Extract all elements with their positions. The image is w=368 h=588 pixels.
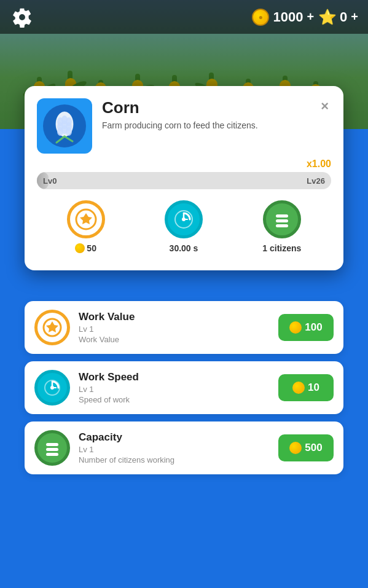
upgrade-card-capacity: Capacity Lv 1 Number of citizens working… [25, 421, 343, 474]
modal-desc: Farm producing corn to feed the citizens… [102, 120, 308, 132]
stat-capacity-label: 1 citizens [262, 243, 301, 253]
svg-rect-18 [276, 214, 288, 218]
upgrade-capacity-button[interactable]: 500 [278, 434, 334, 461]
stats-row: 50 30.00 s [37, 200, 331, 253]
upgrade-capacity-icon [34, 430, 70, 466]
upgrade-capacity-svg [42, 438, 62, 458]
add-stars-button[interactable]: + [351, 10, 358, 24]
svg-rect-28 [46, 453, 58, 456]
stat-capacity: 1 citizens [262, 200, 301, 253]
level-current: Lv0 [43, 176, 57, 186]
settings-button[interactable] [10, 5, 34, 29]
work-value-icon-svg [75, 208, 97, 230]
building-modal: Corn Farm producing corn to feed the cit… [25, 86, 343, 270]
stat-work-value: 50 [67, 200, 105, 253]
upgrade-capacity-info: Capacity Lv 1 Number of citizens working [79, 431, 270, 465]
star-amount: 0 [340, 9, 347, 25]
upgrade-coin-icon [289, 442, 302, 454]
work-speed-icon-svg [173, 208, 195, 230]
upgrade-coin-icon [289, 321, 302, 334]
upgrade-work-speed-icon [34, 370, 70, 406]
svg-point-10 [66, 127, 72, 136]
level-max: Lv26 [307, 176, 325, 186]
upgrade-work-value-level: Lv 1 [79, 324, 270, 334]
upgrade-work-speed-title: Work Speed [79, 371, 270, 383]
close-button[interactable]: × [318, 98, 331, 114]
upgrade-capacity-title: Capacity [79, 431, 270, 444]
coin-display: ● 1000 + [252, 9, 314, 26]
coin-icon: ● [252, 9, 269, 26]
upgrade-capacity-cost: 500 [305, 442, 322, 454]
upgrade-work-speed-cost: 10 [308, 382, 319, 394]
upgrade-work-value-icon [34, 310, 70, 345]
svg-rect-26 [46, 443, 58, 446]
coin-amount: 1000 [273, 9, 303, 25]
gear-icon [12, 7, 33, 28]
stat-work-speed-icon [165, 200, 203, 238]
stat-work-speed-label: 30.00 s [170, 243, 198, 253]
upgrade-work-value-info: Work Value Lv 1 Work Value [79, 311, 270, 344]
modal-title: Corn [102, 98, 308, 117]
stat-capacity-icon [263, 200, 301, 238]
stat-work-value-label: 50 [75, 243, 96, 253]
upgrade-work-speed-level: Lv 1 [79, 385, 270, 394]
upgrade-capacity-level: Lv 1 [79, 445, 270, 454]
top-bar: ● 1000 + ⭐ 0 + [0, 0, 368, 34]
upgrade-work-value-button[interactable]: 100 [278, 314, 334, 341]
stat-work-speed: 30.00 s [165, 200, 203, 253]
building-icon-svg [43, 104, 86, 147]
upgrade-work-speed-desc: Speed of work [79, 395, 270, 404]
modal-header: Corn Farm producing corn to feed the cit… [37, 98, 331, 154]
multiplier-row: x1.00 [37, 159, 331, 170]
upgrade-work-value-title: Work Value [79, 311, 270, 323]
building-icon-box [37, 98, 92, 154]
modal-title-area: Corn Farm producing corn to feed the cit… [102, 98, 308, 132]
svg-rect-20 [276, 224, 288, 227]
upgrade-capacity-desc: Number of citizens working [79, 455, 270, 465]
upgrade-work-speed-svg [42, 378, 62, 398]
upgrade-cards-container: Work Value Lv 1 Work Value 100 Work Spee… [25, 301, 343, 482]
stat-coin-icon [75, 243, 85, 253]
upgrade-coin-icon [292, 382, 305, 394]
upgrade-work-value-cost: 100 [305, 321, 322, 334]
upgrade-card-work-speed: Work Speed Lv 1 Speed of work 10 [25, 361, 343, 414]
multiplier-text: x1.00 [307, 159, 331, 169]
upgrade-card-work-value: Work Value Lv 1 Work Value 100 [25, 301, 343, 354]
svg-rect-19 [276, 219, 288, 222]
upgrade-work-value-svg [42, 318, 62, 337]
capacity-icon-svg [271, 208, 293, 230]
upgrade-work-speed-info: Work Speed Lv 1 Speed of work [79, 371, 270, 404]
stat-work-value-icon [67, 200, 105, 238]
upgrade-work-value-desc: Work Value [79, 335, 270, 344]
upgrade-work-speed-button[interactable]: 10 [278, 374, 334, 401]
add-coins-button[interactable]: + [307, 10, 314, 24]
svg-rect-27 [46, 448, 58, 451]
currency-group: ● 1000 + ⭐ 0 + [252, 9, 358, 26]
level-bar: Lv0 Lv26 [37, 172, 331, 189]
star-icon: ⭐ [319, 9, 336, 26]
star-display: ⭐ 0 + [319, 9, 358, 26]
